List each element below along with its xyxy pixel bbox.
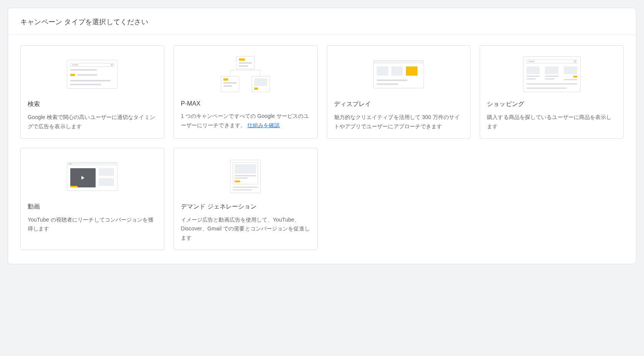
video-illustration-icon bbox=[28, 155, 157, 198]
card-desc: 魅力的なクリエイティブを活用して 300 万件のサイトやアプリでユーザーにアプロ… bbox=[334, 113, 464, 131]
card-title: P-MAX bbox=[181, 100, 310, 107]
pmax-illustration-icon bbox=[181, 53, 310, 96]
card-desc: 購入する商品を探しているユーザーに商品を表示します bbox=[487, 113, 616, 131]
card-desc: 1 つのキャンペーンですべての Google サービスのユーザーにリーチできます… bbox=[181, 112, 310, 130]
cards-grid: 検索 Google 検索で関心の高いユーザーに適切なタイミングで広告を表示します… bbox=[8, 35, 636, 264]
campaign-card-search[interactable]: 検索 Google 検索で関心の高いユーザーに適切なタイミングで広告を表示します bbox=[20, 45, 164, 139]
learn-more-link[interactable]: 仕組みを確認 bbox=[247, 122, 280, 128]
card-title: ショッピング bbox=[487, 100, 616, 108]
card-title: ディスプレイ bbox=[334, 100, 464, 108]
panel-title: キャンペーン タイプを選択してください bbox=[20, 17, 624, 26]
card-title: デマンド ジェネレーション bbox=[181, 203, 310, 211]
campaign-card-video[interactable]: 動画 YouTube の視聴者にリーチしてコンバージョンを獲得します bbox=[20, 148, 164, 250]
card-title: 動画 bbox=[28, 203, 157, 211]
card-desc-text: 1 つのキャンペーンですべての Google サービスのユーザーにリーチできます… bbox=[181, 113, 309, 128]
panel-header: キャンペーン タイプを選択してください bbox=[8, 8, 636, 35]
search-illustration-icon bbox=[28, 53, 157, 96]
campaign-card-shopping[interactable]: ショッピング 購入する商品を探しているユーザーに商品を表示します bbox=[480, 45, 624, 139]
campaign-type-panel: キャンペーン タイプを選択してください 検索 Google 検索で関心の高いユー… bbox=[8, 8, 636, 264]
campaign-card-demand-gen[interactable]: デマンド ジェネレーション イメージ広告と動画広告を使用して、YouTube、D… bbox=[174, 148, 318, 250]
campaign-card-display[interactable]: ディスプレイ 魅力的なクリエイティブを活用して 300 万件のサイトやアプリでユ… bbox=[327, 45, 471, 139]
card-desc: Google 検索で関心の高いユーザーに適切なタイミングで広告を表示します bbox=[28, 113, 157, 131]
campaign-card-pmax[interactable]: P-MAX 1 つのキャンペーンですべての Google サービスのユーザーにリ… bbox=[174, 45, 318, 139]
card-title: 検索 bbox=[28, 100, 157, 108]
display-illustration-icon bbox=[334, 53, 464, 96]
card-desc: イメージ広告と動画広告を使用して、YouTube、Discover、Gmail … bbox=[181, 215, 310, 243]
card-desc: YouTube の視聴者にリーチしてコンバージョンを獲得します bbox=[28, 215, 157, 234]
shopping-illustration-icon bbox=[487, 53, 616, 96]
demand-gen-illustration-icon bbox=[181, 155, 310, 198]
